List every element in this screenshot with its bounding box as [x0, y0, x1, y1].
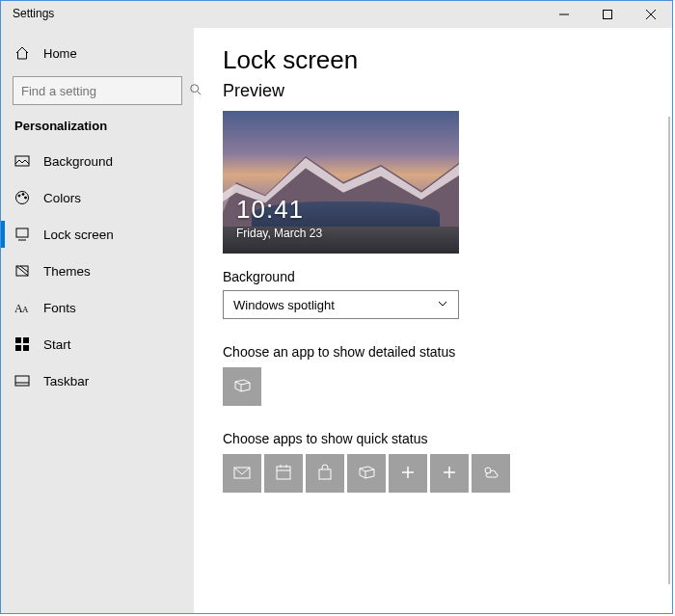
sidebar-item-fonts[interactable]: AA Fonts — [1, 289, 194, 326]
svg-rect-23 — [277, 467, 290, 479]
sidebar-category: Personalization — [1, 115, 194, 143]
svg-rect-6 — [15, 156, 29, 166]
window-title: Settings — [1, 1, 54, 20]
background-dropdown[interactable]: Windows spotlight — [223, 290, 459, 319]
dropdown-value: Windows spotlight — [233, 298, 335, 312]
page-title: Lock screen — [223, 45, 643, 75]
svg-point-8 — [18, 195, 20, 197]
detailed-status-app-tile[interactable] — [223, 367, 261, 406]
lockscreen-preview[interactable]: 10:41 Friday, March 23 — [223, 111, 459, 254]
sidebar-item-label: Start — [43, 337, 71, 352]
sidebar-item-colors[interactable]: Colors — [1, 179, 194, 216]
plus-icon — [440, 463, 459, 485]
fonts-icon: AA — [14, 300, 30, 315]
sidebar-item-label: Colors — [43, 191, 81, 205]
start-icon — [14, 336, 30, 352]
svg-rect-1 — [603, 11, 611, 19]
sidebar-item-label: Fonts — [43, 301, 76, 315]
svg-rect-11 — [16, 228, 28, 237]
svg-text:A: A — [22, 305, 29, 314]
sidebar-item-label: Home — [43, 46, 77, 61]
sidebar-item-label: Taskbar — [43, 374, 89, 388]
svg-point-9 — [22, 194, 24, 196]
sidebar-item-label: Lock screen — [43, 228, 114, 242]
preview-heading: Preview — [223, 81, 643, 101]
minimize-button[interactable] — [542, 1, 585, 28]
picture-icon — [14, 153, 30, 169]
quick-status-tile[interactable] — [472, 454, 510, 493]
store-icon — [315, 463, 335, 485]
windows-3d-icon — [232, 376, 252, 398]
quick-status-tile[interactable] — [223, 454, 261, 493]
sidebar-item-background[interactable]: Background — [1, 143, 194, 179]
lockscreen-icon — [14, 227, 30, 242]
sidebar-item-lockscreen[interactable]: Lock screen — [1, 216, 194, 253]
titlebar: Settings — [1, 1, 672, 28]
quick-status-row — [223, 454, 643, 493]
quick-status-tile[interactable] — [306, 454, 344, 493]
search-field[interactable] — [21, 84, 183, 98]
chevron-down-icon — [437, 298, 448, 312]
weather-icon — [481, 463, 500, 485]
preview-time: 10:41 — [236, 195, 304, 225]
sidebar-item-label: Background — [43, 154, 113, 169]
taskbar-icon — [14, 373, 30, 388]
scrollbar[interactable] — [668, 117, 670, 584]
svg-rect-27 — [319, 469, 331, 479]
quick-status-tile[interactable] — [347, 454, 386, 493]
sidebar-item-label: Themes — [43, 264, 91, 279]
svg-rect-17 — [23, 337, 29, 343]
quick-status-tile[interactable] — [389, 454, 427, 493]
close-button[interactable] — [629, 1, 672, 28]
search-input[interactable] — [13, 76, 182, 105]
preview-date: Friday, March 23 — [236, 227, 322, 240]
maximize-button[interactable] — [585, 1, 629, 28]
svg-rect-20 — [15, 376, 29, 386]
windows-3d-icon — [357, 463, 376, 485]
detailed-status-label: Choose an app to show detailed status — [223, 344, 643, 360]
sidebar-item-home[interactable]: Home — [1, 36, 194, 70]
quick-status-tile[interactable] — [430, 454, 469, 493]
plus-icon — [398, 463, 418, 485]
svg-rect-19 — [23, 345, 29, 351]
svg-rect-18 — [15, 345, 21, 351]
themes-icon — [14, 263, 30, 279]
mail-icon — [232, 463, 252, 485]
background-label: Background — [223, 269, 643, 284]
sidebar: Home Personalization Background — [1, 28, 194, 613]
svg-point-10 — [25, 197, 27, 199]
palette-icon — [14, 190, 30, 205]
sidebar-item-themes[interactable]: Themes — [1, 253, 194, 289]
sidebar-item-taskbar[interactable]: Taskbar — [1, 362, 194, 399]
settings-window: Settings Home — [0, 0, 673, 614]
quick-status-tile[interactable] — [264, 454, 303, 493]
quick-status-label: Choose apps to show quick status — [223, 431, 643, 446]
svg-rect-16 — [15, 337, 21, 343]
calendar-icon — [274, 463, 293, 485]
sidebar-item-start[interactable]: Start — [1, 326, 194, 362]
content-area: Lock screen Preview 10:41 Friday, March … — [194, 28, 672, 613]
home-icon — [14, 45, 30, 61]
